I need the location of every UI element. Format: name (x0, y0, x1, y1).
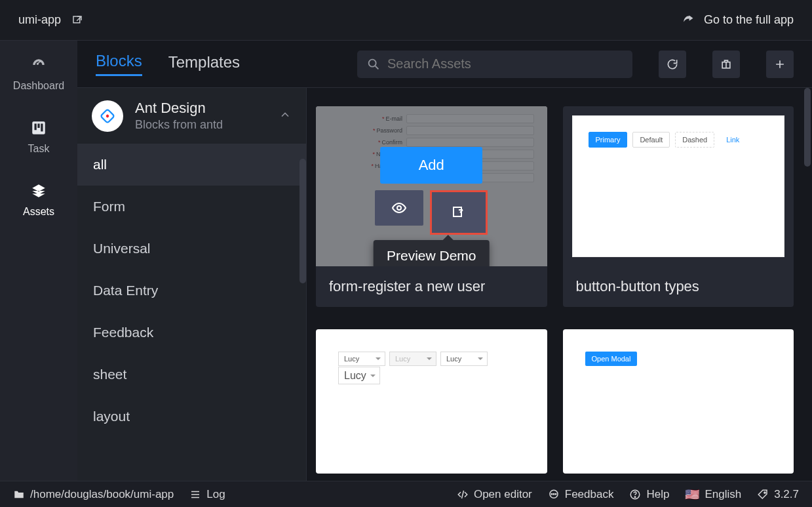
message-icon (548, 489, 560, 500)
tab-blocks[interactable]: Blocks (96, 52, 142, 76)
external-link-icon (451, 205, 467, 220)
svg-rect-2 (35, 124, 37, 131)
category-data-entry[interactable]: Data Entry (77, 270, 306, 312)
status-path-text: /home/douglas/book/umi-app (30, 488, 174, 501)
preview-select: Lucy (440, 352, 488, 366)
preview-select: Lucy (338, 367, 380, 384)
preview-open-modal-button: Open Modal (585, 352, 638, 366)
kanban-icon (30, 119, 47, 136)
preview-button-dashed: Dashed (675, 132, 714, 148)
rail-label: Dashboard (13, 80, 64, 92)
external-open-icon[interactable] (71, 14, 83, 26)
folder-icon (13, 489, 25, 500)
preview-select: Lucy (338, 352, 385, 366)
source-subtitle: Blocks from antd (135, 118, 267, 132)
layers-icon (30, 182, 47, 199)
refresh-button[interactable] (659, 51, 686, 78)
eye-icon (391, 200, 407, 216)
search-box[interactable] (357, 51, 632, 78)
category-panel: Ant Design Blocks from antd all Form Uni… (77, 88, 307, 481)
feedback-button[interactable]: Feedback (548, 488, 614, 501)
category-universal[interactable]: Universal (77, 228, 306, 270)
tab-templates[interactable]: Templates (168, 53, 240, 75)
source-title: Ant Design (135, 100, 267, 117)
status-path[interactable]: /home/douglas/book/umi-app (13, 488, 174, 501)
main-area: Blocks Templates Ant Design Blocks from (77, 41, 812, 481)
assets-manage-button[interactable] (712, 51, 740, 78)
code-icon (457, 489, 469, 500)
tag-icon (757, 489, 769, 500)
svg-rect-3 (37, 124, 39, 129)
language-selector[interactable]: 🇺🇸 English (685, 487, 741, 502)
assets-gallery: E-mail Password Confirm Nickname Habitua… (307, 88, 812, 481)
app-name: umi-app (18, 13, 61, 27)
svg-point-12 (551, 493, 552, 495)
rail-item-task[interactable]: Task (0, 115, 77, 159)
list-icon (189, 489, 201, 500)
version-badge[interactable]: 3.2.7 (757, 488, 799, 501)
left-nav-rail: Dashboard Task Assets (0, 41, 77, 481)
language-label: English (705, 488, 741, 501)
search-input[interactable] (387, 56, 623, 71)
tooltip: Preview Demo (374, 240, 490, 266)
asset-card[interactable]: E-mail Password Confirm Nickname Habitua… (316, 106, 547, 307)
gallery-scrollbar-thumb[interactable] (804, 88, 811, 167)
chevron-up-icon[interactable] (279, 108, 292, 124)
preview-select-disabled: Lucy (389, 352, 436, 366)
plus-icon (773, 58, 786, 71)
preview-button-default: Default (632, 132, 670, 148)
feedback-label: Feedback (565, 488, 614, 501)
category-sheet[interactable]: sheet (77, 354, 306, 395)
svg-point-14 (555, 493, 556, 495)
card-preview: Open Modal (563, 329, 794, 474)
svg-rect-0 (73, 16, 80, 23)
svg-point-17 (764, 491, 765, 493)
go-full-app-link[interactable]: Go to the full app (682, 13, 794, 27)
share-arrow-icon (682, 14, 695, 27)
help-button[interactable]: Help (629, 488, 669, 501)
source-header[interactable]: Ant Design Blocks from antd (77, 88, 306, 144)
open-editor-label: Open editor (474, 488, 532, 501)
help-label: Help (646, 488, 669, 501)
status-log[interactable]: Log (189, 488, 225, 501)
card-caption: button-button types (563, 266, 794, 307)
add-block-button[interactable]: Add (380, 147, 482, 184)
flag-us-icon: 🇺🇸 (685, 487, 699, 502)
package-icon (720, 58, 733, 71)
help-icon (629, 489, 641, 500)
card-preview: E-mail Password Confirm Nickname Habitua… (316, 106, 547, 266)
search-icon (366, 57, 381, 71)
svg-point-8 (106, 113, 109, 117)
panel-scrollbar-thumb[interactable] (300, 159, 306, 283)
card-preview: Primary Default Dashed Link (572, 115, 785, 257)
gallery-scrollbar[interactable] (803, 88, 812, 481)
asset-card[interactable]: Primary Default Dashed Link button-butto… (563, 106, 794, 307)
preview-action-button[interactable] (375, 190, 423, 226)
rail-item-assets[interactable]: Assets (0, 178, 77, 222)
svg-point-16 (635, 497, 636, 498)
rail-label: Assets (23, 206, 54, 218)
rail-item-dashboard[interactable]: Dashboard (0, 52, 77, 96)
top-bar: umi-app Go to the full app (0, 0, 812, 41)
go-full-app-label: Go to the full app (704, 13, 794, 27)
asset-card[interactable]: Open Modal (563, 329, 794, 474)
svg-point-13 (553, 493, 554, 495)
card-caption: form-register a new user (316, 266, 547, 307)
preview-button-primary: Primary (589, 132, 628, 148)
svg-rect-4 (41, 124, 43, 132)
status-log-label: Log (206, 488, 225, 501)
open-demo-button[interactable] (430, 190, 488, 235)
open-editor-button[interactable]: Open editor (457, 488, 532, 501)
add-button[interactable] (766, 51, 794, 78)
preview-button-link: Link (720, 132, 746, 147)
gauge-icon (30, 56, 47, 73)
category-all[interactable]: all (77, 144, 306, 186)
refresh-icon (666, 58, 679, 71)
category-layout[interactable]: layout (77, 395, 306, 437)
antd-logo-icon (92, 100, 123, 132)
category-form[interactable]: Form (77, 186, 306, 228)
status-bar: /home/douglas/book/umi-app Log Open edit… (0, 481, 812, 507)
category-feedback[interactable]: Feedback (77, 312, 306, 354)
version-text: 3.2.7 (774, 488, 799, 501)
asset-card[interactable]: Lucy Lucy Lucy Lucy (316, 329, 547, 474)
